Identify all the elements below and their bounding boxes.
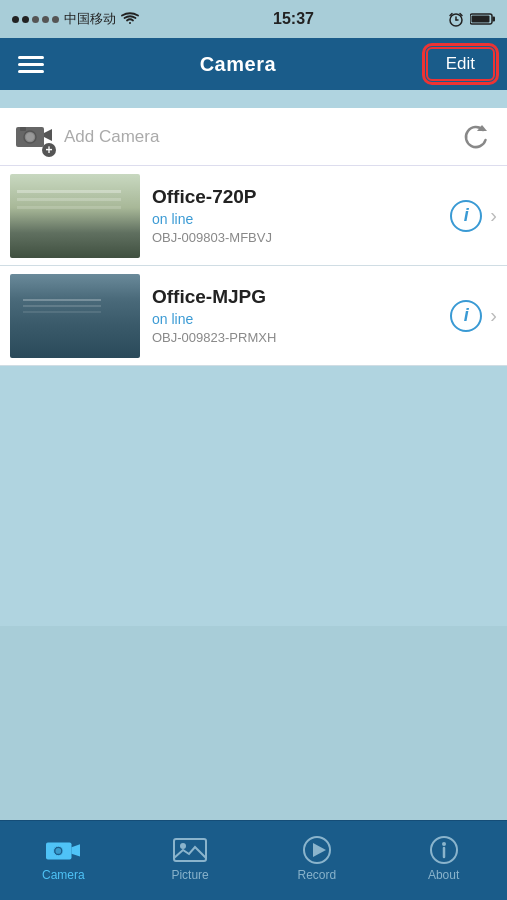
camera-info-1: Office-720P on line OBJ-009803-MFBVJ [152, 186, 438, 245]
camera-actions-2: i › [450, 300, 497, 332]
status-right [448, 11, 495, 27]
header: Camera Edit [0, 38, 507, 90]
svg-rect-7 [492, 17, 495, 22]
camera-list: Office-720P on line OBJ-009803-MFBVJ i ›… [0, 166, 507, 366]
menu-button[interactable] [12, 50, 50, 79]
camera-id-1: OBJ-009803-MFBVJ [152, 230, 438, 245]
add-camera-label: Add Camera [64, 127, 159, 147]
svg-point-19 [180, 843, 186, 849]
camera-actions-1: i › [450, 200, 497, 232]
info-button-2[interactable]: i [450, 300, 482, 332]
page-title: Camera [200, 53, 276, 76]
tab-bar: Camera Picture Record [0, 820, 507, 900]
wifi-icon [121, 12, 139, 26]
camera-add-icon-wrap: + [16, 121, 52, 153]
svg-marker-17 [72, 844, 81, 856]
edit-button[interactable]: Edit [426, 47, 495, 81]
empty-area [0, 366, 507, 626]
status-bar: 中国移动 15:37 [0, 0, 507, 38]
camera-status-1: on line [152, 211, 438, 227]
svg-marker-12 [44, 129, 52, 141]
tab-record-label: Record [298, 868, 337, 882]
svg-point-10 [26, 133, 34, 141]
info-button-1[interactable]: i [450, 200, 482, 232]
picture-tab-icon [173, 836, 207, 864]
svg-rect-18 [174, 839, 206, 861]
tab-picture-label: Picture [171, 868, 208, 882]
camera-tab-icon [46, 836, 80, 864]
tab-about-label: About [428, 868, 459, 882]
carrier-label: 中国移动 [64, 10, 116, 28]
status-time: 15:37 [273, 10, 314, 28]
status-left: 中国移动 [12, 10, 139, 28]
chevron-right-2: › [490, 304, 497, 327]
camera-name-2: Office-MJPG [152, 286, 438, 308]
add-camera-row[interactable]: + Add Camera [0, 108, 507, 166]
signal-dots [12, 16, 59, 23]
svg-rect-11 [20, 127, 26, 131]
camera-id-2: OBJ-009823-PRMXH [152, 330, 438, 345]
svg-point-23 [442, 842, 446, 846]
tab-camera-label: Camera [42, 868, 85, 882]
battery-icon [470, 12, 495, 26]
camera-info-2: Office-MJPG on line OBJ-009823-PRMXH [152, 286, 438, 345]
alarm-icon [448, 11, 464, 27]
camera-item[interactable]: Office-720P on line OBJ-009803-MFBVJ i › [0, 166, 507, 266]
chevron-right-1: › [490, 204, 497, 227]
add-badge: + [42, 143, 56, 157]
tab-camera[interactable]: Camera [0, 821, 127, 900]
about-tab-icon [427, 836, 461, 864]
refresh-icon[interactable] [461, 122, 491, 152]
section-gap-top [0, 90, 507, 108]
record-tab-icon [300, 836, 334, 864]
add-camera-left: + Add Camera [16, 121, 159, 153]
camera-name-1: Office-720P [152, 186, 438, 208]
svg-point-16 [56, 848, 62, 854]
camera-item-2[interactable]: Office-MJPG on line OBJ-009823-PRMXH i › [0, 266, 507, 366]
tab-picture[interactable]: Picture [127, 821, 254, 900]
svg-rect-6 [471, 16, 489, 23]
tab-about[interactable]: About [380, 821, 507, 900]
svg-marker-21 [313, 843, 326, 857]
camera-thumbnail-2 [10, 274, 140, 358]
camera-status-2: on line [152, 311, 438, 327]
tab-record[interactable]: Record [254, 821, 381, 900]
camera-thumbnail-1 [10, 174, 140, 258]
